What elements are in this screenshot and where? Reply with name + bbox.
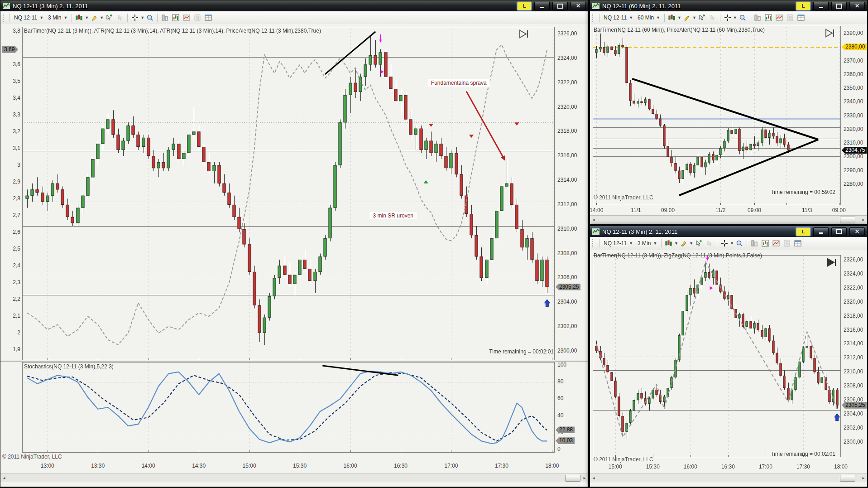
horizontal-scrollbar[interactable]: ◂ ▸ [590, 474, 867, 482]
close-button[interactable]: ✕ [849, 227, 865, 236]
price-axis-label: 2330,00 [844, 112, 863, 119]
scroll-left-icon[interactable]: ◂ [590, 474, 597, 481]
minimize-button[interactable] [813, 2, 829, 10]
crosshair-button[interactable] [719, 238, 730, 248]
toolbar-grip[interactable] [592, 14, 595, 22]
close-button[interactable]: ✕ [571, 2, 586, 10]
atr-axis-label: 3,4 [1, 95, 20, 101]
drawing-tools-button[interactable] [681, 13, 692, 23]
price-axis-label: 2316,00 [844, 327, 863, 333]
titlebar[interactable]: NQ 12-11 (60 Min) 2. 11. 2011 L ✕ [590, 0, 867, 11]
instrument-dropdown[interactable]: NQ 12-11▼ [601, 14, 635, 22]
new-chart-button[interactable] [760, 238, 771, 248]
chevron-down-icon[interactable]: ▼ [85, 15, 89, 20]
minimize-button[interactable] [813, 227, 829, 236]
add-pointer-button[interactable] [693, 238, 704, 248]
scrollbar-thumb[interactable] [840, 217, 855, 223]
atr-axis-label: 2,1 [1, 313, 20, 319]
price-chart-canvas[interactable] [593, 26, 841, 205]
separator [750, 14, 750, 22]
chevron-down-icon[interactable]: ▼ [677, 15, 681, 20]
region-button[interactable] [181, 13, 192, 23]
crosshair-button[interactable] [129, 13, 140, 23]
horizontal-scrollbar[interactable]: ◂ ▸ [0, 474, 588, 482]
link-button[interactable]: L [796, 2, 810, 10]
scrollbar-thumb[interactable] [565, 475, 580, 482]
stochastics-canvas[interactable] [22, 362, 555, 453]
scroll-right-icon[interactable]: ▸ [860, 474, 867, 481]
scroll-right-icon[interactable]: ▸ [860, 216, 867, 223]
interval-dropdown[interactable]: 3 Min▼ [46, 14, 70, 22]
add-pointer-button[interactable] [696, 13, 707, 23]
chart-window-main-3min: NQ 12-11 (3 Min) 2. 11. 2011 L ✕ NQ 12-1… [0, 0, 589, 487]
strategy-button[interactable]: S [785, 13, 796, 23]
data-grid-button[interactable] [792, 238, 803, 248]
pointer-button[interactable] [707, 13, 718, 23]
price-chart-canvas[interactable] [593, 255, 841, 457]
pointer-button[interactable] [704, 238, 715, 248]
chart-style-button[interactable] [663, 238, 674, 248]
chart-region-icon [772, 240, 780, 247]
chevron-down-icon[interactable]: ▼ [689, 241, 693, 246]
new-chart-button[interactable] [763, 13, 774, 23]
time-axis-label: 11/2 [715, 207, 725, 213]
instrument-dropdown[interactable]: NQ 12-11▼ [12, 14, 46, 22]
panel-button[interactable] [749, 238, 760, 248]
minimize-button[interactable] [534, 2, 550, 10]
horizontal-scrollbar[interactable]: ◂ ▸ [590, 215, 867, 223]
dollar-doc-icon: S [786, 14, 794, 21]
drawing-tools-button[interactable] [89, 13, 100, 23]
chevron-down-icon[interactable]: ▼ [100, 15, 104, 20]
time-axis-label: 13:30 [91, 463, 105, 469]
crosshair-button[interactable] [722, 13, 733, 23]
link-button[interactable]: L [796, 227, 810, 236]
panel-splitter[interactable] [0, 361, 588, 362]
scroll-left-icon[interactable]: ◂ [1, 474, 7, 481]
drawing-tools-button[interactable] [678, 238, 689, 248]
scrollbar-thumb[interactable] [840, 475, 855, 482]
go-to-last-bar-button[interactable] [826, 258, 838, 269]
zoom-button[interactable] [144, 13, 155, 23]
titlebar[interactable]: NQ 12-11 (3 Min) 2. 11. 2011 L ✕ [0, 0, 588, 11]
chart-style-button[interactable] [74, 13, 85, 23]
copyright: © 2011 NinjaTrader, LLC [594, 456, 653, 463]
toolbar-grip[interactable] [3, 14, 6, 22]
chevron-down-icon[interactable]: ▼ [733, 15, 737, 20]
data-grid-button[interactable] [796, 13, 806, 23]
maximize-button[interactable] [831, 227, 847, 236]
chart-style-button[interactable] [667, 13, 677, 23]
scroll-right-icon[interactable]: ▸ [581, 474, 588, 481]
strategy-button[interactable]: S [192, 13, 203, 23]
magnifier-icon [736, 240, 743, 247]
maximize-button[interactable] [552, 2, 568, 10]
panel-button[interactable] [752, 13, 763, 23]
toolbar-grip[interactable] [592, 239, 595, 247]
chevron-down-icon[interactable]: ▼ [140, 15, 144, 20]
chevron-down-icon[interactable]: ▼ [692, 15, 696, 20]
new-chart-button[interactable] [170, 13, 181, 23]
close-button[interactable]: ✕ [849, 2, 865, 10]
panel-button[interactable] [159, 13, 170, 23]
maximize-button[interactable] [831, 2, 847, 10]
interval-dropdown[interactable]: 3 Min▼ [635, 239, 659, 247]
price-axis-label: 2300,00 [844, 439, 863, 445]
data-grid-button[interactable] [203, 13, 214, 23]
pointer-button[interactable] [115, 13, 125, 23]
go-to-last-bar-button[interactable] [825, 29, 836, 39]
scroll-left-icon[interactable]: ◂ [590, 216, 597, 223]
strategy-button[interactable]: S [782, 238, 792, 248]
zoom-button[interactable] [737, 13, 748, 23]
interval-dropdown[interactable]: 60 Min▼ [635, 14, 662, 22]
chevron-down-icon[interactable]: ▼ [730, 241, 734, 246]
add-pointer-button[interactable] [104, 13, 115, 23]
sr-level-label: 3 min SR uroven [370, 212, 417, 219]
price-chart-canvas[interactable] [22, 27, 555, 360]
region-button[interactable] [774, 13, 785, 23]
link-button[interactable]: L [517, 2, 532, 10]
instrument-dropdown[interactable]: NQ 12-11▼ [601, 239, 635, 247]
titlebar[interactable]: NQ 12-11 (3 Min) 2. 11. 2011 L ✕ [590, 226, 867, 237]
chevron-down-icon[interactable]: ▼ [674, 241, 678, 246]
go-to-last-bar-button[interactable] [518, 29, 530, 40]
region-button[interactable] [771, 238, 782, 248]
zoom-button[interactable] [734, 238, 745, 248]
